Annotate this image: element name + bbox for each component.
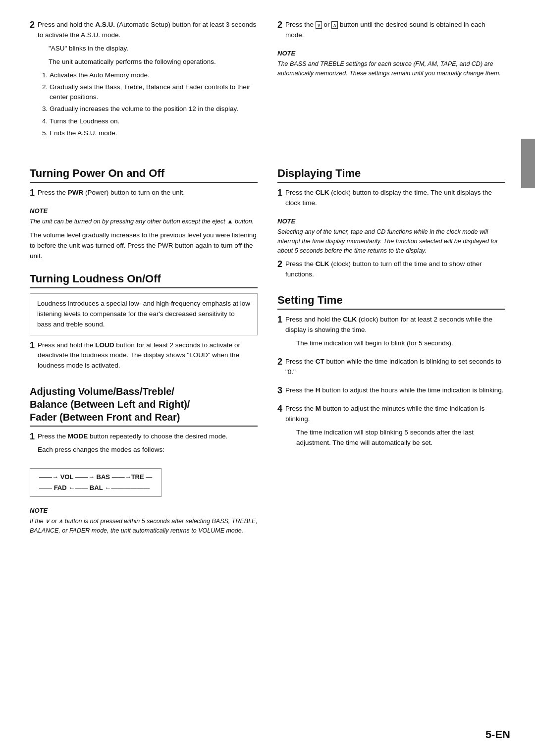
asu-bold: A.S.U. [95,21,115,28]
adjusting-title-line2: Balance (Between Left and Right)/ [30,399,190,410]
top-right-note-title: NOTE [277,49,505,58]
setting-step1-line2: The time indication will begin to blink … [296,338,505,349]
adjusting-title-line3: Fader (Between Front and Rear) [30,412,180,423]
adjusting-step1-line2: Each press changes the modes as follows: [38,445,258,455]
up-btn: ∧ [331,21,338,29]
pwr-bold: PWR [68,189,84,196]
power-body-text: The volume level gradually increases to … [30,230,258,262]
setting-step1-text: Press and hold the CLK (clock) button fo… [285,315,505,335]
m-bold: M [316,405,321,412]
ct-bold: CT [316,358,324,365]
adjusting-title-line1: Adjusting Volume/Bass/Treble/ [30,386,174,397]
power-step1-text: Press the PWR (Power) button to turn on … [38,188,258,198]
setting-step1: 1 Press and hold the CLK (clock) button … [277,315,505,352]
step2-asu-text: Press and hold the A.S.U. (Automatic Set… [38,20,258,41]
top-step2-block: 2 Press and hold the A.S.U. (Automatic S… [30,20,505,147]
loudness-step1-num: 1 [30,340,35,351]
display-step1: 1 Press the CLK (clock) button to displa… [277,188,505,212]
power-note-text: The unit can be turned on by pressing an… [30,217,258,226]
adjusting-note-title: NOTE [30,506,258,516]
setting-time-title: Setting Time [277,294,505,310]
setting-step3-num: 3 [277,385,282,396]
displaying-time-title: Displaying Time [277,167,505,183]
loudness-title: Turning Loudness On/Off [30,272,258,288]
step2-asu-list: Activates the Auto Memory mode. Graduall… [50,70,258,139]
display-step2: 2 Press the CLK (clock) button to turn o… [277,259,505,283]
loud-bold: LOUD [95,341,114,349]
top-right-step2-text: Press the ∨ or ∧ button until the desire… [285,20,505,41]
display-step1-text: Press the CLK (clock) button to display … [285,188,505,209]
loudness-step1-text: Press and hold the LOUD button for at le… [38,340,258,372]
list-item: Ends the A.S.U. mode. [50,128,258,138]
adjusting-step1-content: Press the MODE button repeatedly to choo… [38,432,258,458]
clk-bold-2: CLK [316,260,329,268]
setting-step3-text: Press the H button to adjust the hours w… [285,385,505,396]
display-step2-num: 2 [277,259,282,270]
clk-bold-3: CLK [343,316,357,323]
setting-step2: 2 Press the CT button while the time ind… [277,357,505,380]
power-step1: 1 Press the PWR (Power) button to turn o… [30,188,258,201]
diagram-row1: ——→ VOL ——→ BAS ——→TRE — [39,472,152,483]
setting-step1-content: Press and hold the CLK (clock) button fo… [285,315,505,352]
h-bold: H [316,386,321,394]
setting-step2-num: 2 [277,357,282,368]
step2-asu-block: 2 Press and hold the A.S.U. (Automatic S… [30,20,258,142]
main-two-col: Turning Power On and Off 1 Press the PWR… [30,156,505,540]
step2-asu-blink: "ASU" blinks in the display. [49,44,258,54]
down-btn: ∨ [316,21,322,29]
list-item: Turns the Loudness on. [50,116,258,126]
display-step1-num: 1 [277,188,282,199]
setting-step2-content: Press the CT button while the time indic… [285,357,505,380]
step2-asu-auto: The unit automatically performs the foll… [49,57,258,67]
list-item: Activates the Auto Memory mode. [50,70,258,80]
displaying-note-title: NOTE [277,216,505,226]
list-item: Gradually increases the volume to the po… [50,104,258,114]
setting-step3: 3 Press the H button to adjust the hours… [277,385,505,399]
adjusting-step1-num: 1 [30,432,35,442]
section-tab [521,139,535,188]
page: 2 Press and hold the A.S.U. (Automatic S… [0,0,535,756]
top-right-step2-number: 2 [277,20,282,31]
display-step2-text: Press the CLK (clock) button to turn off… [285,259,505,280]
col-left: Turning Power On and Off 1 Press the PWR… [30,156,258,540]
adjusting-step1-text: Press the MODE button repeatedly to choo… [38,432,258,442]
setting-step4-line2: The time indication will stop blinking 5… [296,428,505,448]
clk-bold-1: CLK [316,189,329,196]
displaying-note-text: Selecting any of the tuner, tape and CD … [277,227,505,255]
power-step1-content: Press the PWR (Power) button to turn on … [38,188,258,201]
list-item: Gradually sets the Bass, Treble, Balance… [50,82,258,103]
setting-step3-content: Press the H button to adjust the hours w… [285,385,505,399]
display-step2-content: Press the CLK (clock) button to turn off… [285,259,505,283]
step2-asu-content: Press and hold the A.S.U. (Automatic Set… [38,20,258,142]
setting-step4: 4 Press the M button to adjust the minut… [277,404,505,451]
setting-step4-num: 4 [277,404,282,415]
adjusting-note-text: If the ∨ or ∧ button is not pressed with… [30,517,258,536]
setting-step2-text: Press the CT button while the time indic… [285,357,505,378]
setting-step4-content: Press the M button to adjust the minutes… [285,404,505,451]
loudness-step1: 1 Press and hold the LOUD button for at … [30,340,258,375]
top-right-step2-block: 2 Press the ∨ or ∧ button until the desi… [277,20,505,44]
mode-bold: MODE [68,432,88,440]
loudness-step1-content: Press and hold the LOUD button for at le… [38,340,258,375]
loudness-box: Loudness introduces a special low- and h… [30,293,258,335]
adjusting-step1: 1 Press the MODE button repeatedly to ch… [30,432,258,458]
setting-step1-num: 1 [277,315,282,325]
step2-number: 2 [30,20,35,31]
power-note-title: NOTE [30,206,258,216]
turning-power-title: Turning Power On and Off [30,167,258,183]
setting-step4-text: Press the M button to adjust the minutes… [285,404,505,425]
top-right-step2-content: Press the ∨ or ∧ button until the desire… [285,20,505,44]
diagram-row2: —— FAD ←—— BAL ←—————— [39,483,152,493]
power-step1-num: 1 [30,188,35,199]
display-step1-content: Press the CLK (clock) button to display … [285,188,505,212]
mode-diagram: ——→ VOL ——→ BAS ——→TRE — —— FAD ←—— BAL … [30,468,161,497]
top-right-note-text: The BASS and TREBLE settings for each so… [277,59,505,78]
adjusting-title: Adjusting Volume/Bass/Treble/ Balance (B… [30,385,258,427]
col-right: Displaying Time 1 Press the CLK (clock) … [277,156,505,540]
page-number: 5-EN [485,728,510,741]
